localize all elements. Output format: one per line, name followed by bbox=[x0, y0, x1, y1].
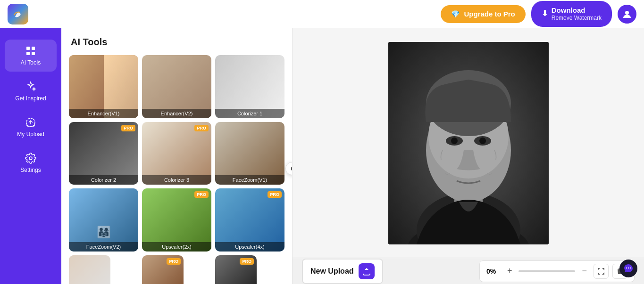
preview-image-container bbox=[293, 28, 644, 258]
new-upload-button[interactable]: New Upload bbox=[302, 259, 383, 284]
tool-label-upscaler-2x: Upscaler(2x) bbox=[142, 242, 211, 252]
tool-card-colorizer-1[interactable]: Colorizer 1 bbox=[215, 55, 284, 118]
tools-panel-title: AI Tools bbox=[61, 28, 292, 53]
grid-icon bbox=[25, 45, 36, 57]
sidebar-item-get-inspired[interactable]: Get Inspired bbox=[5, 75, 57, 107]
header-actions: 💎 Upgrade to Pro ⬇ Download Remove Water… bbox=[441, 1, 636, 27]
tool-label-facezoom-v1: FaceZoom(V1) bbox=[215, 175, 284, 185]
tool-label-upscaler-4x: Upscaler(4x) bbox=[215, 242, 284, 252]
svg-point-19 bbox=[626, 268, 627, 268]
pro-badge-upscaler-4x: PRO bbox=[268, 191, 282, 198]
pro-badge-11: PRO bbox=[167, 258, 181, 265]
tool-label-colorizer-3: Colorizer 3 bbox=[142, 175, 211, 185]
preview-image bbox=[388, 42, 549, 244]
tool-card-upscaler-4x[interactable]: PRO Upscaler(4x) bbox=[215, 188, 284, 252]
settings-icon bbox=[25, 153, 36, 164]
preview-area: New Upload 0% + − bbox=[293, 28, 644, 284]
tool-card-10[interactable] bbox=[69, 255, 110, 284]
svg-point-0 bbox=[625, 11, 629, 15]
zoom-out-button[interactable]: − bbox=[579, 265, 590, 277]
download-button[interactable]: ⬇ Download Remove Watermark bbox=[531, 1, 612, 27]
pro-badge-12: PRO bbox=[240, 258, 254, 265]
download-icon: ⬇ bbox=[542, 9, 548, 19]
svg-rect-2 bbox=[32, 47, 35, 50]
svg-point-6 bbox=[29, 157, 32, 160]
tool-card-enhancer-v1[interactable]: Enhancer(V1) bbox=[69, 55, 138, 118]
svg-point-20 bbox=[628, 268, 629, 268]
tool-card-enhancer-v2[interactable]: Enhancer(V2) bbox=[142, 55, 211, 118]
app-logo[interactable] bbox=[8, 4, 28, 24]
download-sub-label: Remove Watermark bbox=[552, 15, 602, 22]
sidebar-item-settings[interactable]: Settings bbox=[5, 147, 57, 179]
svg-point-17 bbox=[451, 138, 458, 144]
sidebar-label-settings: Settings bbox=[20, 167, 41, 173]
tool-card-colorizer-3[interactable]: PRO Colorizer 3 bbox=[142, 122, 211, 185]
pro-badge-upscaler-2x: PRO bbox=[194, 191, 209, 198]
download-main-label: Download bbox=[552, 6, 602, 15]
tool-label-colorizer-2: Colorizer 2 bbox=[69, 175, 138, 185]
tool-card-11[interactable]: PRO bbox=[142, 255, 184, 284]
tool-card-upscaler-2x[interactable]: PRO Upscaler(2x) bbox=[142, 188, 211, 252]
upgrade-label: Upgrade to Pro bbox=[464, 10, 515, 18]
tool-label-enhancer-v1: Enhancer(V1) bbox=[69, 109, 138, 118]
main-layout: AI Tools Get Inspired My Upload Settings bbox=[0, 28, 644, 284]
upload-icon bbox=[25, 117, 36, 128]
svg-rect-3 bbox=[26, 52, 30, 55]
new-upload-label: New Upload bbox=[310, 267, 354, 276]
tool-card-colorizer-2[interactable]: PRO Colorizer 2 bbox=[69, 122, 138, 185]
zoom-in-button[interactable]: + bbox=[504, 265, 515, 277]
tools-panel: AI Tools Enhancer(V1) Enhancer(V2) bbox=[61, 28, 293, 284]
sidebar-item-ai-tools[interactable]: AI Tools bbox=[5, 40, 57, 72]
sidebar-label-get-inspired: Get Inspired bbox=[15, 95, 46, 102]
svg-point-21 bbox=[630, 268, 631, 268]
diamond-icon: 💎 bbox=[451, 10, 460, 18]
bottom-toolbar: New Upload 0% + − bbox=[293, 258, 644, 284]
pro-badge-colorizer-3: PRO bbox=[194, 125, 209, 131]
new-upload-icon bbox=[359, 263, 375, 279]
zoom-controls: 0% + − bbox=[479, 260, 635, 282]
svg-rect-4 bbox=[32, 52, 35, 55]
user-avatar-button[interactable] bbox=[618, 5, 636, 24]
svg-rect-1 bbox=[26, 47, 30, 50]
tools-grid: Enhancer(V1) Enhancer(V2) Colorizer 1 PR… bbox=[69, 55, 284, 284]
tool-label-colorizer-1: Colorizer 1 bbox=[215, 109, 284, 118]
sidebar-label-my-upload: My Upload bbox=[17, 131, 44, 138]
sparkles-icon bbox=[25, 81, 36, 92]
expand-button[interactable] bbox=[594, 264, 609, 279]
tool-card-12[interactable]: PRO bbox=[215, 255, 257, 284]
tool-card-facezoom-v1[interactable]: FaceZoom(V1) bbox=[215, 122, 284, 185]
tools-grid-container[interactable]: Enhancer(V1) Enhancer(V2) Colorizer 1 PR… bbox=[61, 53, 292, 284]
tool-label-facezoom-v2: FaceZoom(V2) bbox=[69, 242, 138, 252]
pro-badge-colorizer-2: PRO bbox=[121, 125, 135, 131]
svg-point-18 bbox=[479, 138, 486, 144]
tool-card-facezoom-v2[interactable]: PRO 👨‍👩‍👧 FaceZoom(V2) bbox=[69, 188, 138, 252]
sidebar-item-my-upload[interactable]: My Upload bbox=[5, 111, 57, 143]
sidebar-label-ai-tools: AI Tools bbox=[21, 59, 41, 66]
sidebar: AI Tools Get Inspired My Upload Settings bbox=[0, 28, 61, 284]
zoom-slider[interactable] bbox=[519, 270, 575, 272]
header: 💎 Upgrade to Pro ⬇ Download Remove Water… bbox=[0, 0, 644, 28]
tool-label-enhancer-v2: Enhancer(V2) bbox=[142, 109, 211, 118]
chat-magic-button[interactable] bbox=[619, 260, 637, 277]
upgrade-button[interactable]: 💎 Upgrade to Pro bbox=[441, 5, 525, 23]
zoom-percent: 0% bbox=[486, 268, 501, 275]
scroll-toggle-button[interactable] bbox=[285, 162, 292, 175]
